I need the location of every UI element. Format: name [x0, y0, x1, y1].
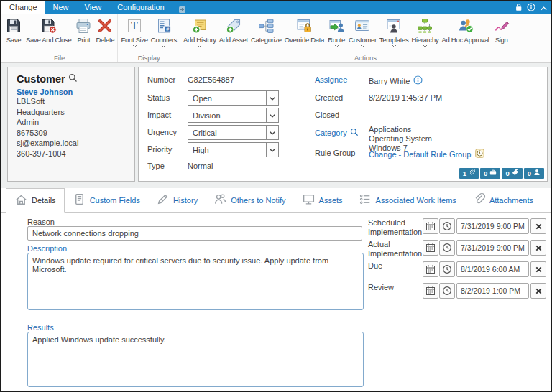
add-history-button-label: Add History — [183, 36, 216, 44]
tab-configuration[interactable]: Configuration — [109, 1, 172, 14]
calendar-icon[interactable] — [423, 283, 438, 299]
clock-icon[interactable] — [439, 261, 455, 277]
category-label-link[interactable]: Category — [315, 128, 359, 138]
calendar-icon[interactable] — [423, 240, 438, 256]
people-count-badge[interactable]: 0 — [524, 168, 544, 179]
briefcase-icon — [489, 169, 497, 177]
tab-assets-label: Assets — [319, 196, 343, 205]
actual-implementation-input[interactable] — [456, 240, 529, 256]
priority-select[interactable]: High — [188, 142, 279, 157]
assignee-value: Barry White — [369, 77, 410, 85]
rule-group-schedule-icon[interactable] — [475, 149, 484, 159]
ribbon-group-actions-label: Actions — [180, 54, 551, 62]
clear-icon[interactable] — [530, 261, 546, 277]
due-input[interactable] — [456, 261, 529, 277]
customer-email: sj@example.local — [17, 138, 126, 149]
route-icon — [327, 17, 346, 35]
status-select[interactable]: Open — [188, 90, 279, 106]
tab-custom-fields[interactable]: Custom Fields — [65, 188, 148, 212]
scheduled-implementation-input[interactable] — [456, 218, 529, 234]
created-value: 8/2/2019 1:45:37 PM — [369, 93, 442, 102]
tab-change[interactable]: Change — [1, 1, 45, 14]
chevron-down-icon — [266, 143, 278, 157]
templates-button-label: Templates — [380, 36, 409, 44]
counter-badges: 1 0 0 0 — [459, 168, 544, 179]
categorize-button[interactable]: Categorize — [249, 16, 283, 45]
hierarchy-button[interactable]: Hierarchy — [410, 16, 440, 49]
route-button[interactable]: Route — [326, 16, 347, 49]
add-asset-button[interactable]: Add Asset — [218, 16, 249, 45]
details-content: Reason Description Windows update requir… — [1, 213, 551, 391]
clock-icon[interactable] — [439, 218, 455, 234]
templates-button[interactable]: Templates — [378, 16, 410, 49]
save-button[interactable]: Save — [3, 16, 24, 45]
priority-label: Priority — [147, 145, 172, 154]
detail-tabstrip: Details Custom Fields History Others to … — [1, 188, 551, 213]
urgency-select[interactable]: Critical — [188, 125, 279, 140]
clock-icon[interactable] — [439, 240, 455, 256]
search-icon[interactable] — [350, 128, 359, 138]
font-size-button[interactable]: T Font Size — [119, 16, 149, 49]
work-item-fields-panel: Number G82E564887 Status Open Impact Div… — [138, 67, 548, 182]
customer-name-link[interactable]: Steve Johnson — [17, 88, 126, 96]
save-and-close-icon — [40, 17, 58, 35]
tags-count-badge[interactable]: 0 — [502, 168, 522, 179]
customer-company: LBLSoft — [17, 96, 126, 107]
due-label: Due — [368, 261, 423, 271]
tab-others-to-notify[interactable]: Others to Notify — [206, 188, 293, 212]
info-icon[interactable] — [527, 1, 535, 14]
tab-history-label: History — [173, 196, 198, 205]
add-history-icon — [190, 17, 209, 35]
number-label: Number — [147, 75, 175, 84]
urgency-select-value: Critical — [188, 129, 266, 137]
attachments-count-badge[interactable]: 1 — [459, 168, 479, 179]
tab-attachments[interactable]: Attachments — [464, 188, 541, 212]
tab-details-label: Details — [32, 196, 56, 205]
tab-view[interactable]: View — [77, 1, 110, 14]
clock-icon[interactable] — [439, 283, 455, 299]
save-and-close-button[interactable]: Save And Close — [24, 16, 73, 45]
counters-button-label: Counters — [151, 36, 177, 44]
reason-label: Reason — [27, 218, 55, 226]
results-textarea[interactable]: Applied Windows update successfully. — [27, 332, 364, 387]
impact-select[interactable]: Division — [188, 108, 279, 123]
clear-icon[interactable] — [530, 218, 546, 234]
tab-associated-work-items-label: Associated Work Items — [376, 196, 456, 205]
clear-icon[interactable] — [530, 240, 546, 256]
reason-input[interactable] — [27, 226, 362, 241]
paperclip-icon — [469, 169, 475, 177]
calendar-icon[interactable] — [423, 218, 438, 234]
ribbon: Save Save And Close Print Delete F — [1, 14, 551, 63]
categorize-icon — [257, 17, 275, 35]
description-textarea[interactable]: Windows update required for critical ser… — [27, 253, 364, 310]
ad-hoc-approval-button[interactable]: Ad Hoc Approval — [440, 16, 490, 45]
counters-button[interactable]: # Counters — [150, 16, 178, 49]
lock-icon[interactable] — [515, 1, 523, 14]
list-icon — [359, 192, 372, 207]
print-button[interactable]: Print — [73, 16, 94, 45]
tab-details[interactable]: Details — [6, 188, 65, 213]
tab-history[interactable]: History — [148, 188, 206, 212]
tab-new[interactable]: New — [45, 1, 77, 14]
svg-text:T: T — [131, 20, 138, 32]
info-icon[interactable] — [413, 75, 423, 86]
assets-count-badge[interactable]: 0 — [480, 168, 500, 179]
delete-button[interactable]: Delete — [94, 16, 116, 45]
tab-assets[interactable]: Assets — [294, 188, 351, 212]
search-icon[interactable] — [68, 73, 78, 85]
collapse-ribbon-icon[interactable] — [540, 1, 548, 14]
chevron-down-icon — [334, 44, 339, 48]
rule-group-link[interactable]: Change - Default Rule Group — [369, 150, 471, 159]
assignee-label-link[interactable]: Assignee — [315, 75, 347, 84]
clear-icon[interactable] — [530, 283, 546, 299]
calendar-icon[interactable] — [423, 261, 438, 277]
sign-button[interactable]: Sign — [491, 16, 512, 45]
tab-associated-work-items[interactable]: Associated Work Items — [351, 188, 464, 212]
paperclip-icon — [472, 192, 486, 207]
chevron-down-icon — [423, 44, 428, 48]
review-input[interactable] — [456, 283, 529, 299]
urgency-label: Urgency — [147, 128, 177, 136]
add-history-button[interactable]: Add History — [182, 16, 218, 49]
customer-button[interactable]: Customer — [347, 16, 378, 49]
override-data-button[interactable]: Override Data — [283, 16, 326, 45]
